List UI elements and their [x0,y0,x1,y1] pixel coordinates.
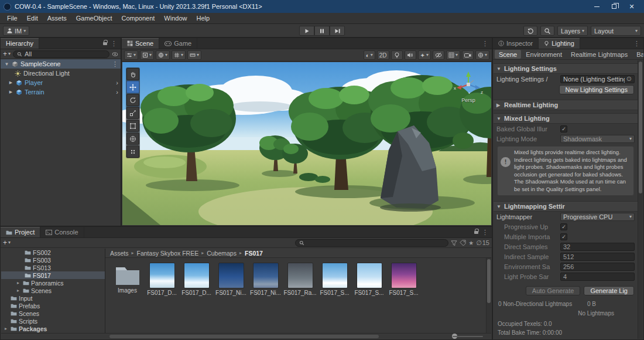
subtab-environment[interactable]: Environment [522,50,566,59]
snap-increment-dropdown[interactable]: ▾ [187,50,201,60]
progressive-updates-checkbox[interactable]: ✓ [560,223,567,230]
asset-thumbnail[interactable]: FS017_S... [317,261,352,296]
layers-dropdown[interactable]: Layers ▾ [557,26,588,36]
handle-rotation-dropdown[interactable]: ▾ [156,50,170,60]
custom-tools[interactable] [126,145,139,158]
multiple-importance-checkbox[interactable]: ✓ [560,233,567,240]
search-by-label-icon[interactable] [460,240,466,246]
draw-mode-dropdown[interactable]: ◐ ▾ [364,50,375,60]
tree-item-fs017[interactable]: FS017 [1,271,105,279]
tab-inspector[interactable]: Inspector [493,38,539,49]
panel-menu-icon[interactable]: ⋮ [482,40,488,47]
grid-visibility-dropdown[interactable]: ▾ [446,50,460,60]
open-prefab-icon[interactable]: › [116,89,118,96]
hierarchy-item-player[interactable]: ▶ Player › [1,78,121,87]
tab-lighting[interactable]: Lighting [539,38,580,49]
camera-settings-dropdown[interactable] [462,50,474,60]
favorites-star-icon[interactable]: ★ [468,240,474,246]
tree-item-panoramics[interactable]: ▸ Panoramics [1,279,105,287]
lighting-mode-dropdown[interactable]: Shadowmask ▾ [560,135,635,143]
menu-edit[interactable]: Edit [22,13,43,23]
project-search-input[interactable] [295,239,448,247]
lock-icon[interactable] [103,42,107,45]
menu-component[interactable]: Component [117,13,159,23]
tree-item-scripts[interactable]: Scripts [1,317,105,325]
foldout-closed-icon[interactable]: ▶ [8,80,13,85]
undo-history-button[interactable] [523,26,537,36]
foldout-closed-icon[interactable]: ▸ [17,288,21,293]
scene-lighting-toggle[interactable] [391,50,403,60]
thumbnail-size-slider[interactable] [453,336,483,337]
restore-button[interactable] [605,0,623,13]
hierarchy-item-terrain[interactable]: ▶ Terrain › [1,87,121,97]
tab-console[interactable]: Console [40,227,84,237]
object-picker-icon[interactable]: ⊙ [626,75,632,83]
move-tool[interactable] [126,81,139,93]
scene-audio-toggle[interactable] [405,50,416,60]
menu-gameobject[interactable]: GameObject [71,13,117,23]
play-button[interactable] [299,26,314,36]
scene-visibility-icon[interactable] [112,51,118,57]
asset-thumbnail[interactable]: FS017_D... [179,261,214,296]
panel-menu-icon[interactable]: ⋮ [111,40,117,47]
tree-item-input[interactable]: Input [1,294,105,302]
effects-dropdown[interactable]: ✦ ▾ [418,50,431,60]
asset-thumbnail[interactable]: FS017_D... [145,261,179,296]
transform-tool[interactable] [126,132,139,145]
realtime-lighting-header[interactable]: ▶ Realtime Lighting [494,100,638,110]
mixed-lighting-header[interactable]: ▼ Mixed Lighting [494,113,638,124]
menu-window[interactable]: Window [159,13,191,23]
tab-scene[interactable]: Scene [122,38,159,49]
crumb-cubemaps[interactable]: Cubemaps [207,250,237,257]
scrollbar-thumb[interactable] [639,62,642,193]
menu-file[interactable]: File [2,13,22,23]
lightmapper-dropdown[interactable]: Progressive CPU ▾ [560,213,635,221]
hierarchy-search-input[interactable]: All [13,50,109,58]
projection-mode-label[interactable]: Persp [453,97,484,103]
minimize-button[interactable] [588,0,605,13]
scene-canvas[interactable]: x z Persp [122,62,491,225]
panel-menu-icon[interactable]: ⋮ [482,229,488,236]
generate-lighting-button[interactable]: Generate Lig [584,286,634,295]
crumb-assets[interactable]: Assets [110,250,129,257]
tree-item-fs013[interactable]: FS013 [1,264,105,271]
auto-generate-button[interactable]: Auto Generate [526,286,581,295]
search-by-type-icon[interactable] [451,240,457,246]
create-add-button[interactable]: + ▾ [3,50,11,58]
tab-project[interactable]: Project [1,227,40,237]
menu-assets[interactable]: Assets [43,13,71,23]
tree-item-scenes[interactable]: Scenes [1,310,105,317]
pause-button[interactable] [314,26,330,36]
tab-game[interactable]: Game [159,38,197,49]
tree-item-scenes-skybox[interactable]: ▸ Scenes [1,287,105,294]
lighting-settings-asset-field[interactable]: None (Lighting Settings ⊙ [560,75,635,83]
search-button[interactable] [540,26,554,36]
layout-dropdown[interactable]: Layout ▾ [591,26,641,36]
asset-grid-scrollbar[interactable] [486,258,491,333]
direct-samples-field[interactable]: 32 [560,243,635,251]
grid-snapping-dropdown[interactable]: ▾ [172,50,186,60]
create-asset-button[interactable]: + ▾ [3,239,11,247]
tool-settings-dropdown[interactable]: ▾ [124,50,138,60]
panel-menu-icon[interactable]: ⋮ [633,40,640,47]
account-button[interactable]: IM ▾ [3,26,29,36]
scene-visibility-toggle[interactable] [433,50,444,60]
close-button[interactable]: ✕ [623,0,640,13]
environment-samples-field[interactable]: 256 [560,263,635,271]
lightmapping-settings-header[interactable]: ▼ Lightmapping Settir [494,201,638,212]
scene-options-icon[interactable]: ⋮ [112,60,118,68]
open-prefab-icon[interactable]: › [116,79,118,86]
scene-orientation-gizmo[interactable]: x z Persp [453,70,484,103]
hierarchy-item-samplescene[interactable]: ▼ SampleScene ⋮ [1,59,121,69]
hidden-count-badge[interactable]: ∅ 15 [476,239,489,247]
tree-item-packages[interactable]: ▸ Packages [1,325,105,332]
foldout-closed-icon[interactable]: ▶ [8,90,13,94]
tree-item-fs003[interactable]: FS003 [1,256,105,264]
window-titlebar[interactable]: COW-0.4 - SampleScene - Windows, Mac, Li… [0,0,644,13]
gizmos-dropdown[interactable]: ▾ [475,50,489,60]
subtab-baked-lightmaps[interactable]: Bak [632,50,643,59]
asset-thumbnail[interactable]: FS017_Ni... [214,261,248,296]
step-button[interactable] [330,26,345,36]
asset-thumbnail[interactable]: FS017_Ni... [248,261,283,296]
new-lighting-settings-button[interactable]: New Lighting Settings [559,85,634,94]
